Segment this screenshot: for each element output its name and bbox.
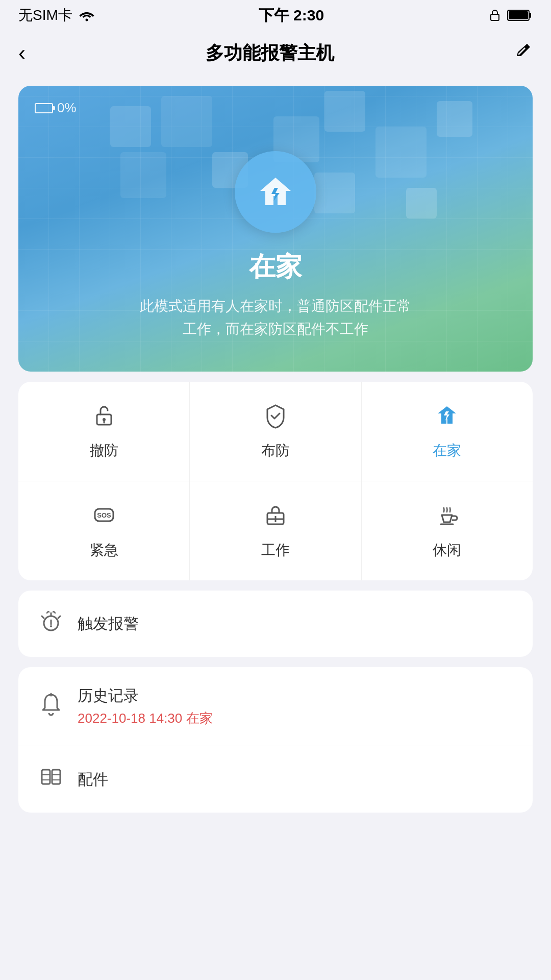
mode-arm[interactable]: 布防 [190, 382, 361, 481]
history-title: 历史记录 [78, 685, 514, 706]
trigger-alarm-title: 触发报警 [78, 614, 514, 634]
back-button[interactable]: ‹ [18, 41, 26, 65]
work-icon [262, 502, 289, 532]
wifi-icon [79, 9, 95, 21]
edit-icon [514, 42, 533, 60]
svg-point-0 [85, 19, 88, 21]
accessories-title: 配件 [78, 769, 514, 790]
trigger-alarm-content: 触发报警 [78, 614, 514, 634]
arm-label: 布防 [261, 441, 290, 460]
home-icon [434, 402, 460, 433]
edit-button[interactable] [514, 42, 533, 65]
mode-leisure[interactable]: 休闲 [362, 481, 533, 580]
hero-mode-icon[interactable] [235, 151, 316, 233]
hero-mode-desc: 此模式适用有人在家时，普通防区配件正常工作，而在家防区配件不工作 [109, 295, 442, 341]
accessories-content: 配件 [78, 769, 514, 790]
work-label: 工作 [261, 541, 290, 560]
svg-point-19 [50, 625, 52, 627]
mode-row-1: 撤防 布防 在家 [18, 382, 533, 481]
mode-row-2: SOS 紧急 工作 [18, 481, 533, 580]
page-title: 多功能报警主机 [206, 41, 334, 66]
module-icon [37, 765, 65, 794]
lock-icon [488, 8, 502, 22]
status-time: 下午 2:30 [259, 5, 324, 26]
mode-grid: 撤防 布防 在家 [18, 382, 533, 580]
hero-mode-title: 在家 [249, 249, 302, 285]
leisure-icon [434, 502, 460, 532]
history-row[interactable]: 历史记录 2022-10-18 14:30 在家 [18, 667, 533, 746]
mode-home[interactable]: 在家 [362, 382, 533, 481]
nav-bar: ‹ 多功能报警主机 [0, 31, 551, 76]
history-subtitle: 2022-10-18 14:30 在家 [78, 709, 514, 727]
disarm-label: 撤防 [90, 441, 118, 460]
hero-battery-icon [35, 103, 53, 113]
hero-battery-percent: 0% [57, 100, 77, 116]
trigger-alarm-row[interactable]: 触发报警 [18, 591, 533, 657]
svg-rect-21 [42, 770, 50, 784]
mode-disarm[interactable]: 撤防 [18, 382, 190, 481]
svg-rect-4 [529, 13, 531, 18]
svg-rect-1 [491, 14, 499, 20]
alarm-icon [37, 609, 65, 639]
home-lightning-icon [255, 172, 296, 212]
disarm-icon [91, 402, 117, 433]
svg-rect-3 [509, 11, 528, 19]
trigger-alarm-section: 触发报警 [18, 591, 533, 657]
history-content: 历史记录 2022-10-18 14:30 在家 [78, 685, 514, 727]
sos-icon: SOS [91, 502, 117, 532]
mode-sos[interactable]: SOS 紧急 [18, 481, 190, 580]
status-right [488, 8, 533, 22]
bell-icon [37, 692, 65, 721]
svg-line-16 [58, 616, 60, 618]
hero-battery: 0% [35, 100, 77, 116]
arm-icon [262, 402, 289, 433]
bottom-section: 历史记录 2022-10-18 14:30 在家 配件 [18, 667, 533, 813]
svg-line-15 [42, 616, 44, 618]
svg-rect-22 [52, 770, 60, 784]
status-bar: 无SIM卡 下午 2:30 [0, 0, 551, 31]
accessories-row[interactable]: 配件 [18, 746, 533, 813]
battery-icon [507, 9, 533, 22]
home-label: 在家 [433, 441, 461, 460]
status-left: 无SIM卡 [18, 6, 95, 25]
sim-status: 无SIM卡 [18, 6, 72, 25]
hero-content: 在家 此模式适用有人在家时，普通防区配件正常工作，而在家防区配件不工作 [18, 151, 533, 341]
leisure-label: 休闲 [433, 541, 461, 560]
mode-work[interactable]: 工作 [190, 481, 361, 580]
sos-label: 紧急 [90, 541, 118, 560]
hero-card: 0% 在家 此模式适用有人在家时，普通防区配件正常工作，而在家防区配件不工作 [18, 86, 533, 372]
svg-text:SOS: SOS [97, 511, 111, 519]
